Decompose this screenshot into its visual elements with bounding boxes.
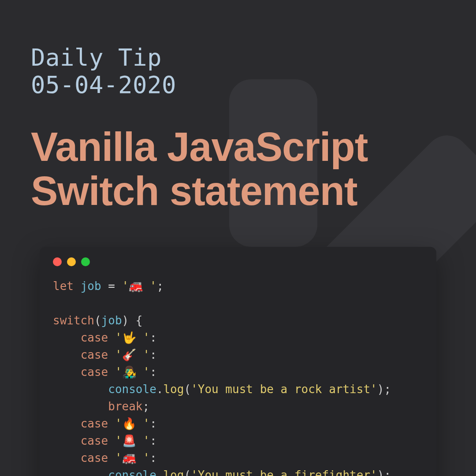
- kw-switch: switch: [53, 314, 94, 327]
- str-jobval: '🚒 ': [122, 279, 157, 293]
- colon-1: :: [150, 331, 157, 344]
- punc-lpar: (: [94, 314, 101, 327]
- eyebrow-line-1: Daily Tip: [31, 44, 162, 71]
- eyebrow-line-2: 05-04-2020: [31, 71, 176, 99]
- colon-2: :: [150, 348, 157, 361]
- op-eq: =: [101, 279, 122, 293]
- minimize-icon: [67, 257, 76, 266]
- colon-5: :: [150, 434, 157, 447]
- punc-lbrace: {: [129, 314, 142, 327]
- colon-4: :: [150, 417, 157, 430]
- semi-log2: ;: [384, 469, 391, 476]
- str-c1: '🤟 ': [115, 331, 150, 344]
- kw-case-1: case: [81, 331, 108, 344]
- dot-2: .: [156, 469, 164, 476]
- kw-case-5: case: [81, 434, 108, 447]
- ident-job: job: [81, 279, 101, 293]
- colon-6: :: [150, 451, 157, 465]
- kw-case-2: case: [81, 348, 108, 361]
- str-msg1: 'You must be a rock artist': [191, 383, 377, 396]
- kw-break: break: [108, 400, 142, 413]
- method-log-1: log: [163, 383, 184, 396]
- maximize-icon: [81, 257, 90, 266]
- kw-let: let: [53, 279, 74, 293]
- code-block: let job = '🚒 '; switch(job) { case '🤟 ':…: [40, 270, 436, 476]
- lpar-log2: (: [184, 469, 191, 476]
- semi-log1: ;: [384, 383, 391, 396]
- punc-rpar: ): [122, 314, 129, 327]
- obj-console-1: console: [108, 383, 156, 396]
- punc-semi: ;: [157, 279, 164, 293]
- eyebrow: Daily Tip 05-04-2020: [31, 44, 445, 99]
- title-line-1: Vanilla JavaScript: [31, 124, 368, 169]
- close-icon: [53, 257, 62, 266]
- page-title: Vanilla JavaScript Switch statement: [31, 125, 445, 213]
- str-c4: '🔥 ': [115, 417, 150, 430]
- semi-break: ;: [143, 400, 150, 413]
- str-c3: '👨‍🎤 ': [115, 365, 150, 379]
- kw-case-3: case: [81, 365, 108, 379]
- colon-3: :: [150, 365, 157, 379]
- rpar-log2: ): [377, 469, 384, 476]
- rpar-log1: ): [377, 383, 384, 396]
- str-msg2: 'You must be a firefighter': [191, 469, 377, 476]
- dot-1: .: [156, 383, 164, 396]
- lpar-log1: (: [184, 383, 191, 396]
- title-line-2: Switch statement: [31, 168, 357, 213]
- str-c5: '🚨 ': [115, 434, 150, 447]
- code-window: let job = '🚒 '; switch(job) { case '🤟 ':…: [40, 247, 436, 476]
- kw-case-4: case: [81, 417, 108, 430]
- str-c2: '🎸 ': [115, 348, 150, 361]
- window-traffic-lights: [40, 247, 436, 270]
- method-log-2: log: [163, 469, 184, 476]
- obj-console-2: console: [108, 469, 156, 476]
- str-c6: '🚒 ': [115, 451, 150, 465]
- kw-case-6: case: [81, 451, 108, 465]
- ident-job-2: job: [101, 314, 122, 327]
